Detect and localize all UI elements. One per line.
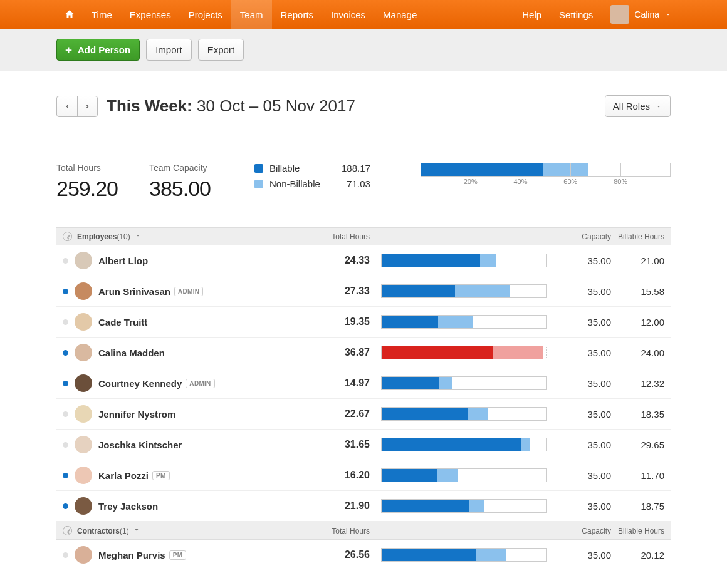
- role-badge: ADMIN: [174, 287, 203, 296]
- avatar: [75, 546, 92, 564]
- import-button[interactable]: Import: [146, 39, 192, 61]
- avatar: [75, 282, 92, 300]
- nav-home[interactable]: [56, 0, 83, 29]
- add-person-button[interactable]: ＋Add Person: [56, 39, 140, 61]
- table-row[interactable]: Joschka Kintscher31.6535.0029.65: [56, 430, 671, 460]
- col-total-hours: Total Hours: [307, 232, 370, 241]
- table-row[interactable]: Karla PozziPM16.2035.0011.70: [56, 460, 671, 491]
- cell-billable-hours: 29.65: [611, 440, 664, 450]
- cell-billable-hours: 24.00: [611, 348, 664, 358]
- capacity-tick-label: 80%: [614, 178, 627, 185]
- clock-icon: [63, 526, 72, 535]
- group-title: Contractors: [77, 527, 120, 535]
- person-name: Meghan Purvis: [98, 550, 165, 560]
- role-badge: PM: [152, 471, 170, 480]
- avatar: [75, 344, 92, 361]
- cell-capacity: 35.00: [552, 501, 611, 512]
- capacity-bar-billable: [421, 163, 543, 176]
- table-row[interactable]: Jennifer Nystrom22.6735.0018.35: [56, 399, 671, 430]
- cell-billable-hours: 18.35: [611, 409, 664, 420]
- metric-value: 259.20: [56, 177, 118, 201]
- role-badge: ADMIN: [186, 379, 214, 388]
- metric-total-hours: Total Hours 259.20: [56, 163, 118, 201]
- cell-total-hours: 14.97: [307, 378, 370, 389]
- legend-nonbillable-value: 71.03: [333, 178, 370, 189]
- nav-item-projects[interactable]: Projects: [180, 0, 231, 29]
- table-row[interactable]: Arun SrinivasanADMIN27.3335.0015.58: [56, 276, 671, 307]
- legend-billable-value: 188.17: [333, 163, 370, 173]
- nav-help[interactable]: Help: [513, 0, 550, 29]
- group-header[interactable]: Employees (10)Total HoursCapacityBillabl…: [56, 227, 671, 245]
- nav-settings[interactable]: Settings: [550, 0, 602, 29]
- nav-item-time[interactable]: Time: [83, 0, 121, 29]
- cell-utilization-bar: [370, 315, 552, 329]
- table-row[interactable]: Trey Jackson21.9035.0018.75: [56, 491, 671, 522]
- avatar: [75, 405, 92, 423]
- status-indicator: [63, 258, 68, 264]
- nav-user-menu[interactable]: Calina: [602, 0, 676, 29]
- clock-icon: [63, 232, 72, 241]
- legend-nonbillable-label: Non-Billable: [269, 178, 320, 189]
- group-header[interactable]: Contractors (1)Total HoursCapacityBillab…: [56, 522, 671, 540]
- avatar: [75, 252, 92, 269]
- capacity-chart: 20%40%60%80%: [421, 163, 671, 188]
- person-name: Karla Pozzi: [98, 470, 149, 481]
- group-count: (1): [120, 527, 129, 535]
- table-row[interactable]: Cade Truitt19.3535.0012.00: [56, 307, 671, 338]
- table-row[interactable]: Calina Madden36.8735.0024.00: [56, 338, 671, 368]
- group-count: (10): [117, 232, 130, 241]
- cell-capacity: 35.00: [552, 255, 611, 266]
- cell-capacity: 35.00: [552, 317, 611, 328]
- table-row[interactable]: Albert Llop24.3335.0021.00: [56, 245, 671, 276]
- cell-billable-hours: 21.00: [611, 255, 664, 266]
- col-capacity: Capacity: [552, 232, 611, 241]
- nav-item-team[interactable]: Team: [231, 0, 272, 29]
- metric-value: 385.00: [149, 177, 211, 201]
- cell-utilization-bar: [370, 407, 552, 421]
- cell-utilization-bar: [370, 254, 552, 267]
- prev-week-button[interactable]: [57, 96, 77, 116]
- nav-item-manage[interactable]: Manage: [374, 0, 426, 29]
- cell-billable-hours: 11.70: [611, 470, 664, 481]
- nav-item-invoices[interactable]: Invoices: [322, 0, 374, 29]
- role-filter-label: All Roles: [613, 101, 650, 111]
- legend: Billable 188.17 Non-Billable 71.03: [254, 163, 370, 189]
- person-name: Joschka Kintscher: [98, 440, 182, 450]
- cell-billable-hours: 12.32: [611, 378, 664, 389]
- person-name: Courtney Kennedy: [98, 378, 182, 389]
- nav-item-expenses[interactable]: Expenses: [121, 0, 180, 29]
- cell-total-hours: 22.67: [307, 408, 370, 420]
- role-filter-select[interactable]: All Roles: [605, 95, 671, 117]
- status-indicator: [63, 503, 68, 509]
- capacity-tick-label: 60%: [563, 178, 577, 185]
- export-button[interactable]: Export: [198, 39, 244, 61]
- metric-label: Total Hours: [56, 163, 118, 173]
- table-row[interactable]: Meghan PurvisPM26.5635.0020.12: [56, 540, 671, 570]
- person-name: Cade Truitt: [98, 317, 147, 328]
- nav-item-reports[interactable]: Reports: [272, 0, 323, 29]
- page-title: This Week: 30 Oct – 05 Nov 2017: [107, 96, 355, 116]
- cell-total-hours: 24.33: [307, 255, 370, 266]
- cell-utilization-bar: [370, 284, 552, 298]
- metric-label: Team Capacity: [149, 163, 211, 173]
- table-row[interactable]: Courtney KennedyADMIN14.9735.0012.32: [56, 368, 671, 399]
- status-indicator: [63, 442, 68, 448]
- status-indicator: [63, 411, 68, 417]
- col-capacity: Capacity: [552, 527, 611, 535]
- avatar: [75, 313, 92, 331]
- next-week-button[interactable]: [77, 96, 97, 116]
- cell-total-hours: 26.56: [307, 549, 370, 560]
- status-indicator: [63, 350, 68, 356]
- person-name: Trey Jackson: [98, 501, 158, 512]
- cell-billable-hours: 15.58: [611, 286, 664, 297]
- role-badge: PM: [169, 550, 187, 560]
- cell-capacity: 35.00: [552, 409, 611, 420]
- person-name: Arun Srinivasan: [98, 286, 170, 297]
- cell-utilization-bar: [370, 438, 552, 451]
- avatar: [75, 497, 92, 515]
- status-indicator: [63, 319, 68, 325]
- avatar: [75, 374, 92, 392]
- status-indicator: [63, 289, 68, 294]
- cell-billable-hours: 20.12: [611, 550, 664, 560]
- cell-total-hours: 31.65: [307, 439, 370, 450]
